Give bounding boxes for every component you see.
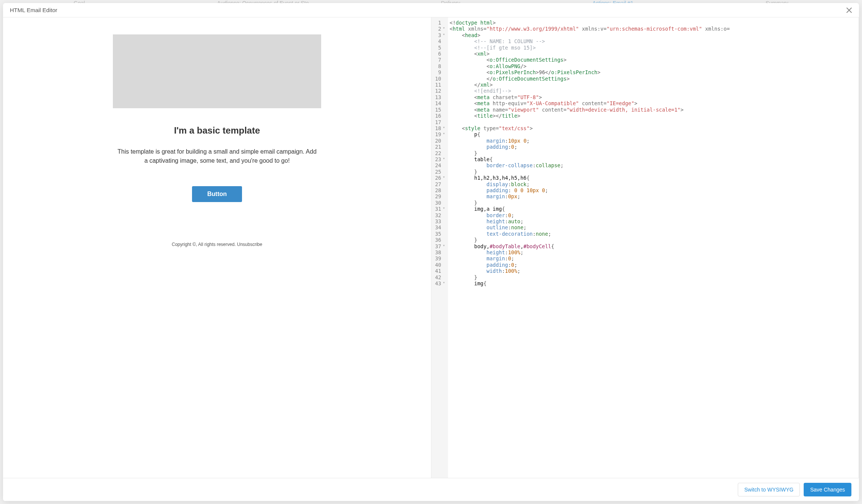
save-changes-button[interactable]: Save Changes xyxy=(804,483,851,496)
preview-cta-button[interactable]: Button xyxy=(192,186,242,202)
preview-image-placeholder xyxy=(113,34,321,108)
fold-marker-icon[interactable]: ▾ xyxy=(443,243,445,249)
modal-footer: Switch to WYSIWYG Save Changes xyxy=(3,478,859,501)
fold-marker-icon[interactable]: ▾ xyxy=(443,131,445,137)
code-editor-pane[interactable]: 12▾3▾456789101112131415161718▾19▾2021222… xyxy=(431,17,859,478)
html-email-editor-modal: HTML Email Editor I'm a basic template T… xyxy=(3,3,859,501)
modal-body: I'm a basic template This template is gr… xyxy=(3,17,859,478)
email-preview-pane: I'm a basic template This template is gr… xyxy=(3,17,431,478)
fold-marker-icon[interactable]: ▾ xyxy=(443,174,445,180)
switch-wysiwyg-button[interactable]: Switch to WYSIWYG xyxy=(738,483,800,496)
fold-marker-icon[interactable]: ▾ xyxy=(443,156,445,162)
preview-unsubscribe-link[interactable]: Unsubscribe xyxy=(237,242,262,247)
code-area[interactable]: <!doctype html><html xmlns="http://www.w… xyxy=(448,17,859,478)
code-gutter: 12▾3▾456789101112131415161718▾19▾2021222… xyxy=(431,17,448,478)
preview-heading: I'm a basic template xyxy=(113,125,321,136)
fold-marker-icon[interactable]: ▾ xyxy=(443,280,445,286)
fold-marker-icon[interactable]: ▾ xyxy=(443,25,445,31)
fold-marker-icon[interactable]: ▾ xyxy=(443,31,445,37)
preview-footer: Copyright ©, All rights reserved. Unsubs… xyxy=(113,242,321,247)
preview-copyright: Copyright ©, All rights reserved. xyxy=(172,242,237,247)
email-preview-content: I'm a basic template This template is gr… xyxy=(113,34,321,247)
close-icon[interactable] xyxy=(846,7,852,13)
preview-body-text: This template is great for building a sm… xyxy=(113,147,321,165)
fold-marker-icon[interactable]: ▾ xyxy=(443,205,445,211)
fold-marker-icon[interactable]: ▾ xyxy=(443,124,445,131)
modal-title: HTML Email Editor xyxy=(10,7,57,13)
modal-header: HTML Email Editor xyxy=(3,3,859,17)
